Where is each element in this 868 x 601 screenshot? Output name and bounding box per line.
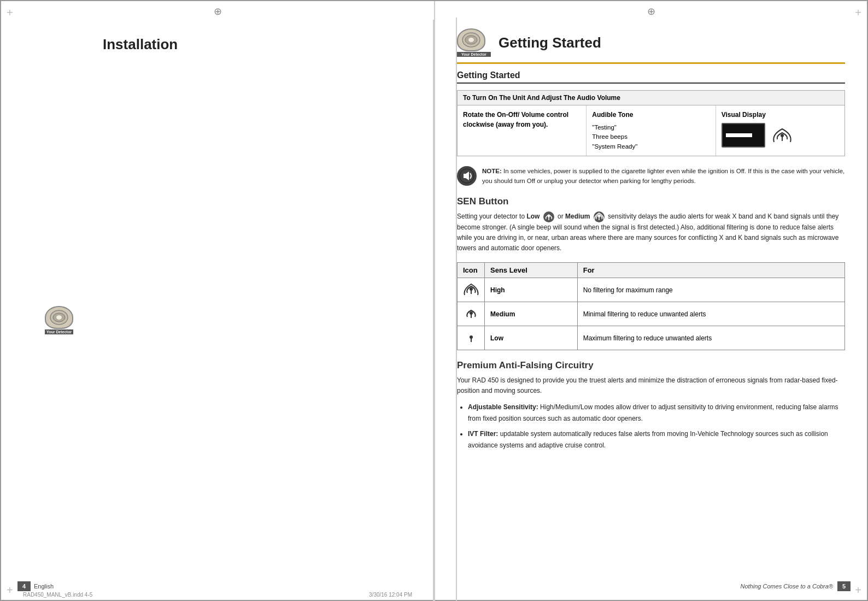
turn-on-col-3: Visual Display [716,105,844,156]
sens-icon-high [458,278,485,302]
svg-point-2 [56,315,62,320]
sens-row-high: High No filtering for maximum range [458,278,845,302]
detector-icon-right [457,28,485,51]
left-header: Your Detector Installation [23,17,457,601]
sen-button-title: SEN Button [457,196,845,207]
sens-desc-low: Maximum filtering to reduce unwanted ale… [577,326,844,350]
turn-on-table: Rotate the On-Off/ Volume control clockw… [458,105,844,156]
date-info: 3/30/16 12:04 PM [369,592,412,598]
sens-level-medium: Medium [485,302,578,326]
svg-point-32 [470,287,473,291]
note-label: NOTE: [482,168,502,174]
turn-on-box: To Turn On The Unit And Adjust The Audio… [457,90,845,156]
medium-icon-inline [593,211,605,222]
footer-lang: English [34,583,54,590]
note-content: In some vehicles, power is supplied to t… [482,168,844,184]
detector-badge-left: Your Detector [45,306,73,334]
crosshair-top-right: ⊕ [647,5,655,17]
visual-display-imgs [722,123,839,148]
bullet-item-2: IVT Filter: updatable system automatical… [468,428,845,451]
sens-row-low: Low Maximum filtering to reduce unwanted… [458,326,845,350]
sens-level-low: Low [485,326,578,350]
paf-para: Your RAD 450 is designed to provide you … [457,375,845,396]
display-screen [722,123,765,148]
turn-on-col-1: Rotate the On-Off/ Volume control clockw… [458,105,587,156]
page-num-right: 5 [837,581,851,591]
note-box: NOTE: In some vehicles, power is supplie… [457,166,845,186]
detector-badge-right: Your Detector [457,28,491,57]
svg-point-33 [470,311,473,315]
turn-on-col-2: Audible Tone "Testing" Three beeps "Syst… [587,105,715,156]
sens-row-medium: Medium Minimal filtering to reduce unwan… [458,302,845,326]
bullet-list: Adjustable Sensitivity: High/Medium/Low … [457,402,845,451]
svg-point-26 [781,134,784,137]
col2-header: Audible Tone [592,110,709,120]
low-icon-inline [543,211,555,222]
left-title: Installation [81,20,434,601]
detector-icon-left [45,306,73,329]
footer-brand-nothing: Nothing [740,583,761,590]
sens-table: Icon Sens Level For H [457,262,845,350]
right-title: Getting Started [498,34,601,51]
sens-col-icon: Icon [458,263,485,278]
bullet-item-1: Adjustable Sensitivity: High/Medium/Low … [468,402,845,424]
radar-display-icon [769,123,796,148]
display-bar [726,133,752,137]
col3-header: Visual Display [722,110,839,120]
sens-icon-medium [458,302,485,326]
sens-table-header-row: Icon Sens Level For [458,263,845,278]
footer-brand: Nothing Comes Close to a Cobra® [740,583,833,590]
page-num-left: 4 [17,581,31,591]
right-header: Your Detector Getting Started [457,17,845,64]
bullet-term-1: Adjustable Sensitivity: [468,403,538,411]
note-text: NOTE: In some vehicles, power is supplie… [482,166,845,186]
sens-icon-low [458,326,485,350]
sen-para: Setting your detector to Low or Medium [457,211,845,254]
col2-content: "Testing" Three beeps "System Ready" [592,123,709,151]
sens-col-level: Sens Level [485,263,578,278]
left-panel: ⊕ + + Your Detector Installation Dashboa [1,1,435,601]
right-footer: Nothing Comes Close to a Cobra® 5 [740,581,851,591]
note-icon [457,166,477,186]
svg-point-25 [468,38,474,42]
left-footer: 4 English [1,581,434,591]
right-panel: ⊕ + + Your Detector Getting Started Gett… [435,1,867,601]
crosshair-top-left: ⊕ [214,5,222,17]
getting-started-title: Getting Started [457,70,845,84]
sens-col-for: For [577,263,844,278]
corner-mark-tl: + [7,7,13,19]
footer-brand-comes: Comes Close to a Cobra® [763,583,833,590]
detector-badge-label-left: Your Detector [45,329,73,334]
bullet-term-2: IVT Filter: [468,430,498,438]
paf-title: Premium Anti-Falsing Circuitry [457,360,845,371]
turn-on-header: To Turn On The Unit And Adjust The Audio… [458,91,844,105]
corner-mark-br: + [855,584,861,597]
sens-level-high: High [485,278,578,302]
bullet-text-2: updatable system automatically reduces f… [468,430,828,449]
col1-header: Rotate the On-Off/ Volume control clockw… [463,110,580,129]
svg-point-34 [470,335,473,339]
corner-mark-tr: + [855,7,861,19]
detector-badge-label-right: Your Detector [457,52,491,57]
file-info: RAD450_MANL_vB.indd 4-5 [23,592,92,598]
sens-desc-high: No filtering for maximum range [577,278,844,302]
sens-desc-medium: Minimal filtering to reduce unwanted ale… [577,302,844,326]
